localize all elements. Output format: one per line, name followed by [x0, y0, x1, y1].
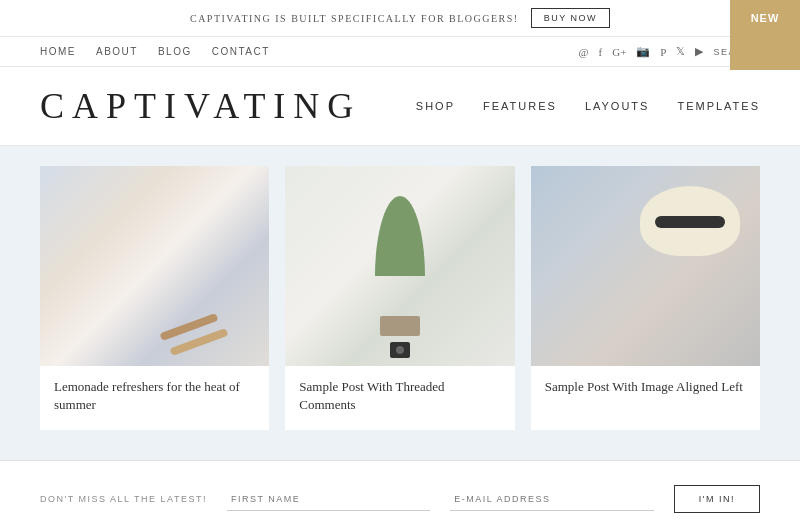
blog-card-image-1: [40, 166, 269, 366]
newsletter-section: DON'T MISS ALL THE LATEST! I'M IN!: [0, 460, 800, 532]
nav-layouts[interactable]: LAYOUTS: [585, 100, 650, 112]
pinterest-icon[interactable]: P: [660, 46, 666, 58]
blog-card-3[interactable]: Sample Post With Image Aligned Left: [531, 166, 760, 430]
first-name-input[interactable]: [227, 488, 430, 511]
blog-grid: Lemonade refreshers for the heat of summ…: [40, 166, 760, 430]
primary-nav: HOME ABOUT BLOG CONTACT @ f G+ 📷 P 𝕏 ▶ S…: [0, 37, 800, 67]
blog-card-title-1: Lemonade refreshers for the heat of summ…: [40, 366, 269, 430]
announcement-bar: CAPTIVATING IS BUILT SPECIFICALLY FOR BL…: [0, 0, 800, 37]
blog-card-1[interactable]: Lemonade refreshers for the heat of summ…: [40, 166, 269, 430]
camera-icon: [390, 342, 410, 358]
blog-card-title-3: Sample Post With Image Aligned Left: [531, 366, 760, 412]
instagram-icon[interactable]: 📷: [636, 45, 650, 58]
blog-card-image-3: [531, 166, 760, 366]
nav-shop[interactable]: SHOP: [416, 100, 455, 112]
blog-card-title-2: Sample Post With Threaded Comments: [285, 366, 514, 430]
nav-about[interactable]: ABOUT: [96, 46, 138, 57]
site-logo[interactable]: CAPTIVATING: [40, 85, 361, 127]
primary-nav-links: HOME ABOUT BLOG CONTACT: [40, 46, 270, 57]
facebook-icon[interactable]: f: [599, 46, 603, 58]
nav-contact[interactable]: CONTACT: [212, 46, 270, 57]
newsletter-label: DON'T MISS ALL THE LATEST!: [40, 494, 207, 504]
secondary-nav: SHOP FEATURES LAYOUTS TEMPLATES: [416, 100, 760, 112]
twitter-icon[interactable]: 𝕏: [676, 45, 685, 58]
nav-home[interactable]: HOME: [40, 46, 76, 57]
googleplus-icon[interactable]: G+: [612, 46, 626, 58]
logo-nav: CAPTIVATING SHOP FEATURES LAYOUTS TEMPLA…: [0, 67, 800, 145]
blog-grid-section: Lemonade refreshers for the heat of summ…: [0, 146, 800, 460]
blog-card-image-2: [285, 166, 514, 366]
nav-blog[interactable]: BLOG: [158, 46, 192, 57]
newsletter-submit-button[interactable]: I'M IN!: [674, 485, 760, 513]
new-badge: NEW: [730, 0, 800, 70]
blog-card-2[interactable]: Sample Post With Threaded Comments: [285, 166, 514, 430]
announcement-text: CAPTIVATING IS BUILT SPECIFICALLY FOR BL…: [190, 13, 519, 24]
buy-now-button[interactable]: BUY NOW: [531, 8, 610, 28]
email-icon[interactable]: @: [578, 46, 588, 58]
nav-templates[interactable]: TEMPLATES: [677, 100, 760, 112]
nav-features[interactable]: FEATURES: [483, 100, 557, 112]
youtube-icon[interactable]: ▶: [695, 45, 703, 58]
email-input[interactable]: [450, 488, 653, 511]
